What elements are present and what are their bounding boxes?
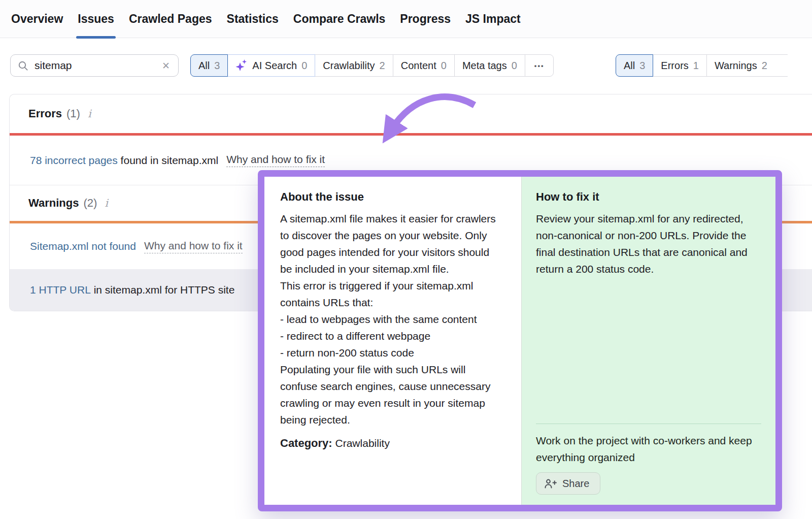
site-audit-issues-page: Overview Issues Crawled Pages Statistics…	[0, 0, 812, 519]
warnings-title: Warnings	[28, 197, 79, 210]
filter-content[interactable]: Content 0	[393, 54, 455, 77]
tab-overview[interactable]: Overview	[11, 0, 63, 38]
search-value: sitemap	[35, 59, 160, 72]
why-how-to-fix-link[interactable]: Why and how to fix it	[226, 153, 325, 167]
errors-title: Errors	[28, 107, 62, 120]
issue-link[interactable]: 1 HTTP URL	[30, 284, 91, 296]
tab-compare-crawls[interactable]: Compare Crawls	[293, 0, 386, 38]
fix-title: How to fix it	[536, 190, 761, 204]
errors-count: (1)	[66, 107, 80, 120]
tab-js-impact[interactable]: JS Impact	[465, 0, 521, 38]
tab-issues[interactable]: Issues	[78, 0, 114, 38]
tab-crawled-pages[interactable]: Crawled Pages	[129, 0, 212, 38]
category-filter-group: All 3 AI Search 0 Crawlability 2 Content…	[190, 54, 554, 77]
errors-section-header: Errors (1) i	[10, 94, 812, 133]
top-navigation: Overview Issues Crawled Pages Statistics…	[0, 0, 812, 38]
issue-link[interactable]: 78 incorrect pages	[30, 154, 118, 167]
about-the-issue-panel: About the issue A sitemap.xml file makes…	[264, 177, 521, 505]
person-add-icon	[545, 479, 557, 489]
ai-sparkle-icon	[235, 59, 248, 72]
about-body: A sitemap.xml file makes it easier for c…	[280, 210, 504, 428]
tab-statistics[interactable]: Statistics	[227, 0, 279, 38]
search-icon	[18, 60, 28, 71]
share-button[interactable]: Share	[536, 472, 600, 495]
about-title: About the issue	[280, 190, 504, 204]
warnings-count: (2)	[83, 197, 97, 210]
severity-filter-group: All 3 Errors 1 Warnings 2	[616, 54, 788, 77]
filter-warnings[interactable]: Warnings 2	[706, 54, 788, 77]
filter-all-severities[interactable]: All 3	[616, 54, 653, 77]
category-line: Category: Crawlability	[280, 437, 504, 450]
share-promo-text: Work on the project with co-workers and …	[536, 432, 761, 466]
why-how-to-fix-link[interactable]: Why and how to fix it	[144, 240, 243, 253]
search-input[interactable]: sitemap ✕	[10, 54, 179, 77]
more-filters-button[interactable]: •••	[525, 54, 554, 77]
filter-errors[interactable]: Errors 1	[653, 54, 707, 77]
issue-details-popup: About the issue A sitemap.xml file makes…	[258, 170, 782, 511]
tab-progress[interactable]: Progress	[400, 0, 451, 38]
errors-info-icon[interactable]: i	[88, 108, 91, 120]
ellipsis-icon: •••	[534, 62, 545, 70]
active-tab-indicator	[76, 36, 116, 39]
fix-body: Review your sitemap.xml for any redirect…	[536, 210, 761, 277]
how-to-fix-panel: How to fix it Review your sitemap.xml fo…	[521, 177, 775, 505]
filter-meta-tags[interactable]: Meta tags 0	[454, 54, 525, 77]
clear-search-icon[interactable]: ✕	[160, 60, 172, 72]
filter-all-categories[interactable]: All 3	[190, 54, 228, 77]
fix-panel-divider	[536, 424, 761, 424]
filter-ai-search[interactable]: AI Search 0	[227, 54, 315, 77]
issue-link[interactable]: Sitemap.xml not found	[30, 240, 136, 252]
filter-crawlability[interactable]: Crawlability 2	[315, 54, 393, 77]
warnings-info-icon[interactable]: i	[105, 197, 108, 209]
